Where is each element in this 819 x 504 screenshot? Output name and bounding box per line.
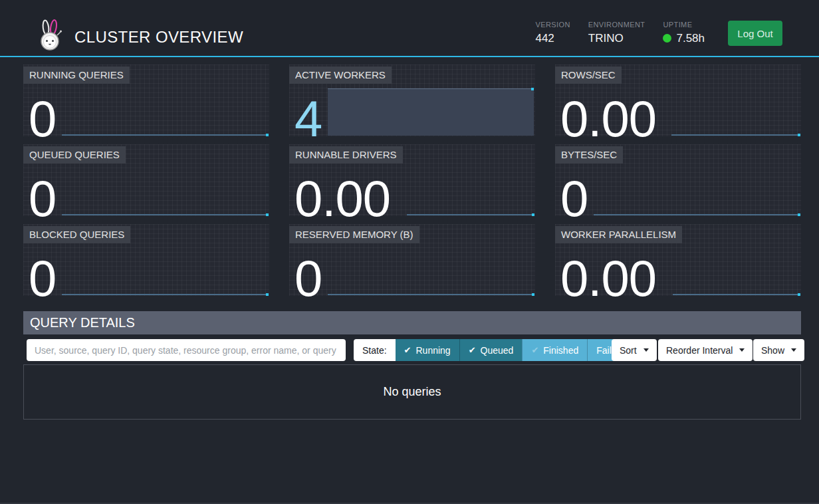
stat-card-running-queries: RUNNING QUERIES 0 [23, 64, 269, 136]
stat-label: ACTIVE WORKERS [289, 66, 392, 84]
stat-value: 0.00 [560, 94, 656, 144]
stat-label: RUNNING QUERIES [23, 66, 130, 84]
stat-card-reserved-memory: RESERVED MEMORY (B) 0 [289, 224, 535, 296]
chevron-down-icon [644, 348, 649, 352]
filter-running-label: Running [416, 345, 451, 356]
environment-label: ENVIRONMENT [588, 21, 645, 29]
page-title: CLUSTER OVERVIEW [74, 28, 243, 47]
stat-label: ROWS/SEC [555, 66, 622, 84]
sparkline [328, 294, 534, 295]
filter-finished-label: Finished [543, 345, 578, 356]
stat-value: 0 [560, 174, 588, 224]
version-info: VERSION 442 [535, 21, 570, 45]
sparkline-dot-icon [266, 134, 269, 136]
stat-card-worker-parallelism: WORKER PARALLELISM 0.00 [555, 224, 801, 296]
state-filter-group: State: ✔ Running ✔ Queued ✔ Finished Fai… [354, 339, 642, 361]
stat-card-blocked-queries: BLOCKED QUERIES 0 [23, 224, 269, 296]
stat-label: WORKER PARALLELISM [555, 226, 682, 243]
sparkline [62, 134, 268, 136]
check-icon: ✔ [404, 345, 411, 355]
show-dropdown[interactable]: Show [753, 339, 804, 361]
sparkline-dot-icon [532, 213, 534, 216]
sparkline [62, 214, 268, 215]
trino-cluster-overview: CLUSTER OVERVIEW VERSION 442 ENVIRONMENT… [0, 0, 819, 504]
chevron-down-icon [791, 348, 796, 352]
environment-value: TRINO [588, 32, 645, 45]
sparkline [62, 294, 268, 295]
environment-info: ENVIRONMENT TRINO [588, 21, 645, 45]
stat-value: 4 [294, 94, 322, 144]
header-status: VERSION 442 ENVIRONMENT TRINO UPTIME 7.5… [535, 21, 782, 46]
uptime-label: UPTIME [663, 21, 705, 29]
state-filter-label: State: [354, 339, 396, 361]
stat-card-queued-queries: QUEUED QUERIES 0 [23, 144, 269, 216]
check-icon: ✔ [531, 345, 538, 355]
filter-queued-label: Queued [481, 345, 514, 356]
check-icon: ✔ [469, 345, 476, 355]
stat-value: 0 [29, 174, 56, 224]
sort-label: Sort [620, 345, 637, 356]
version-value: 442 [535, 32, 570, 45]
sparkline [594, 214, 800, 215]
uptime-text: 7.58h [676, 32, 705, 45]
filter-running-button[interactable]: ✔ Running [396, 339, 459, 361]
sort-dropdown[interactable]: Sort [612, 339, 657, 361]
query-details-header: QUERY DETAILS [23, 311, 801, 334]
logout-button[interactable]: Log Out [728, 21, 782, 46]
uptime-value: 7.58h [663, 32, 705, 45]
query-search-input[interactable] [27, 339, 346, 361]
stat-card-active-workers: ACTIVE WORKERS 4 [289, 64, 535, 136]
sparkline [671, 134, 800, 136]
stat-card-bytes-per-sec: BYTES/SEC 0 [555, 144, 801, 216]
status-dot-icon [663, 34, 671, 43]
reorder-interval-label: Reorder Interval [666, 345, 733, 356]
version-label: VERSION [535, 21, 570, 29]
stat-card-runnable-drivers: RUNNABLE DRIVERS 0.00 [289, 144, 535, 216]
uptime-info: UPTIME 7.58h [663, 21, 705, 45]
trino-bunny-logo-icon [37, 19, 64, 51]
query-filter-toolbar: State: ✔ Running ✔ Queued ✔ Finished Fai… [23, 339, 801, 361]
stat-value: 0 [29, 94, 56, 144]
reorder-interval-dropdown[interactable]: Reorder Interval [658, 339, 753, 361]
stat-value: 0.00 [560, 253, 656, 304]
query-details-title: QUERY DETAILS [30, 315, 135, 330]
stat-card-rows-per-sec: ROWS/SEC 0.00 [555, 64, 801, 136]
stat-value: 0 [294, 253, 322, 304]
show-label: Show [761, 345, 784, 356]
sparkline-dot-icon [531, 88, 534, 90]
sparkline-area [328, 88, 534, 136]
stat-value: 0 [29, 253, 56, 304]
filter-queued-button[interactable]: ✔ Queued [459, 339, 523, 361]
stats-grid: RUNNING QUERIES 0 ACTIVE WORKERS 4 ROWS/… [23, 64, 801, 296]
sparkline-dot-icon [532, 293, 534, 296]
header: CLUSTER OVERVIEW VERSION 442 ENVIRONMENT… [0, 0, 819, 57]
empty-message: No queries [383, 385, 441, 399]
stat-label: QUEUED QUERIES [23, 146, 126, 164]
chevron-down-icon [739, 348, 745, 352]
sparkline-dot-icon [798, 213, 800, 216]
sparkline-dot-icon [266, 293, 269, 296]
sparkline-dot-icon [266, 213, 269, 216]
stat-value: 0.00 [294, 174, 390, 224]
sparkline-dot-icon [798, 134, 800, 136]
stat-label: BYTES/SEC [555, 146, 623, 164]
sparkline [673, 294, 800, 295]
stat-label: BLOCKED QUERIES [23, 226, 130, 243]
stat-label: RUNNABLE DRIVERS [289, 146, 403, 164]
filter-finished-button[interactable]: ✔ Finished [522, 339, 587, 361]
stat-label: RESERVED MEMORY (B) [289, 226, 419, 243]
sparkline [407, 214, 534, 215]
sparkline-dot-icon [798, 293, 800, 296]
query-list-empty-state: No queries [23, 364, 801, 420]
